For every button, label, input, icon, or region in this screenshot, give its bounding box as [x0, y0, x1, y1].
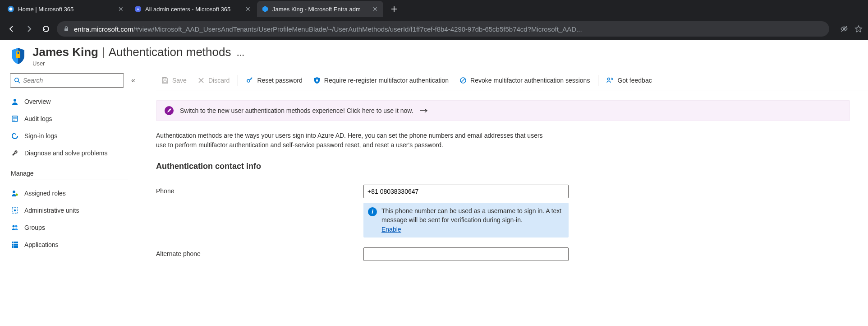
svg-rect-26	[16, 244, 18, 246]
info-icon: i	[368, 207, 377, 216]
search-input[interactable]	[10, 73, 124, 88]
phone-info-callout: i This phone number can be used as a use…	[363, 203, 569, 238]
svg-point-8	[15, 78, 19, 82]
sidebar-item-diagnose[interactable]: Diagnose and solve problems	[10, 144, 135, 162]
close-icon[interactable]: ✕	[372, 5, 379, 13]
section-title: Authentication contact info	[156, 162, 868, 171]
signin-icon	[11, 132, 19, 140]
wrench-icon	[11, 149, 19, 157]
sidebar-item-admin-units[interactable]: Administrative units	[10, 202, 135, 219]
require-reregister-button[interactable]: Require re-register multifactor authenti…	[308, 70, 454, 90]
svg-point-18	[14, 210, 16, 211]
more-icon[interactable]: …	[236, 49, 245, 58]
command-bar: Save Discard Reset password	[156, 70, 868, 90]
svg-rect-30	[164, 81, 166, 83]
url-text: entra.microsoft.com/#view/Microsoft_AAD_…	[74, 25, 582, 33]
svg-point-19	[13, 225, 15, 228]
close-icon[interactable]: ✕	[244, 5, 252, 13]
page-header: James King | Authentication methods … Us…	[0, 40, 868, 70]
star-icon[interactable]	[854, 25, 863, 33]
svg-point-10	[14, 99, 16, 102]
rocket-icon	[165, 106, 174, 115]
browser-tab[interactable]: A All admin centers - Microsoft 365 ✕	[130, 1, 256, 17]
sidebar-item-signin-logs[interactable]: Sign-in logs	[10, 127, 135, 144]
form-row-alt-phone: Alternate phone	[156, 247, 868, 261]
log-icon	[11, 115, 19, 122]
sidebar-item-groups[interactable]: Groups	[10, 219, 135, 236]
banner-text: Switch to the new user authentication me…	[180, 107, 413, 114]
sidebar-item-label: Administrative units	[24, 207, 79, 214]
forward-button[interactable]	[23, 23, 35, 35]
svg-point-16	[16, 194, 18, 196]
browser-tab-active[interactable]: James King - Microsoft Entra adm ✕	[257, 1, 383, 17]
svg-line-37	[461, 79, 465, 82]
sidebar-item-assigned-roles[interactable]: Assigned roles	[10, 185, 135, 202]
user-icon	[11, 98, 19, 105]
admin-favicon: A	[134, 5, 142, 13]
groups-icon	[11, 224, 19, 231]
new-experience-banner[interactable]: Switch to the new user authentication me…	[156, 100, 850, 121]
phone-label: Phone	[156, 185, 363, 195]
sidebar-item-label: Applications	[24, 241, 59, 248]
revoke-sessions-button[interactable]: Revoke multifactor authentication sessio…	[454, 70, 595, 90]
entra-favicon	[262, 5, 269, 13]
sidebar-group-manage: Manage	[11, 170, 128, 180]
collapse-sidebar-icon[interactable]: «	[131, 76, 135, 84]
feedback-icon	[606, 77, 614, 84]
svg-rect-4	[64, 28, 68, 31]
shield-lock-icon	[313, 77, 321, 84]
svg-rect-28	[14, 246, 16, 248]
lock-icon	[63, 26, 69, 32]
svg-rect-24	[12, 244, 14, 246]
key-icon	[246, 77, 253, 84]
sidebar-item-overview[interactable]: Overview	[10, 93, 135, 110]
back-button[interactable]	[5, 23, 18, 35]
browser-address-bar: entra.microsoft.com/#view/Microsoft_AAD_…	[0, 18, 868, 40]
svg-point-20	[15, 225, 18, 228]
apps-icon	[11, 241, 19, 248]
role-icon	[11, 190, 19, 197]
svg-point-1	[9, 8, 13, 11]
units-icon	[11, 207, 19, 214]
callout-text: This phone number can be used as a usern…	[381, 207, 561, 224]
svg-point-15	[13, 191, 15, 193]
revoke-icon	[459, 77, 467, 84]
tab-title: James King - Microsoft Entra adm	[272, 6, 369, 13]
phone-input[interactable]	[363, 185, 569, 198]
browser-tabs-bar: Home | Microsoft 365 ✕ A All admin cente…	[0, 0, 868, 18]
reload-button[interactable]	[40, 23, 52, 35]
close-icon[interactable]: ✕	[117, 5, 124, 13]
alt-phone-label: Alternate phone	[156, 247, 363, 257]
save-button: Save	[156, 70, 192, 90]
page-content: James King | Authentication methods … Us…	[0, 40, 868, 289]
new-tab-button[interactable]	[388, 3, 400, 15]
feedback-button[interactable]: Got feedbac	[601, 70, 657, 90]
svg-rect-25	[14, 244, 16, 246]
svg-text:A: A	[137, 7, 139, 12]
save-icon	[161, 77, 169, 84]
browser-tab[interactable]: Home | Microsoft 365 ✕	[3, 1, 129, 17]
form-row-phone: Phone i This phone number can be used as…	[156, 185, 868, 238]
sidebar-item-label: Groups	[24, 224, 45, 231]
sidebar-item-label: Overview	[24, 98, 51, 105]
reset-password-button[interactable]: Reset password	[241, 70, 308, 90]
svg-line-9	[18, 81, 20, 83]
search-icon	[14, 77, 20, 84]
page-subtitle: User	[32, 60, 245, 67]
sidebar-item-applications[interactable]: Applications	[10, 236, 135, 253]
page-title: James King | Authentication methods …	[32, 45, 245, 59]
sidebar-item-label: Diagnose and solve problems	[24, 149, 107, 157]
svg-rect-29	[16, 246, 18, 248]
enable-link[interactable]: Enable	[381, 226, 401, 233]
sidebar-item-label: Assigned roles	[24, 190, 66, 197]
eye-off-icon[interactable]	[840, 25, 848, 33]
address-field[interactable]: entra.microsoft.com/#view/Microsoft_AAD_…	[57, 21, 829, 37]
divider	[238, 75, 238, 86]
svg-rect-22	[14, 242, 16, 243]
tab-title: Home | Microsoft 365	[18, 6, 115, 13]
sidebar-item-label: Sign-in logs	[24, 132, 57, 140]
alt-phone-input[interactable]	[363, 247, 569, 261]
discard-icon	[197, 77, 205, 84]
svg-rect-35	[316, 80, 318, 82]
sidebar-item-audit-logs[interactable]: Audit logs	[10, 110, 135, 127]
